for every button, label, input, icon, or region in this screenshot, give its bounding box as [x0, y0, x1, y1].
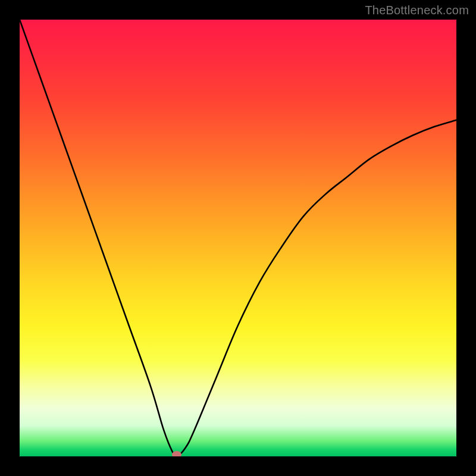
curve-svg [20, 20, 456, 456]
chart-frame: TheBottleneck.com [0, 0, 476, 476]
min-marker [172, 451, 181, 456]
watermark-text: TheBottleneck.com [365, 4, 469, 17]
bottleneck-curve [20, 20, 456, 456]
plot-area [20, 20, 456, 456]
